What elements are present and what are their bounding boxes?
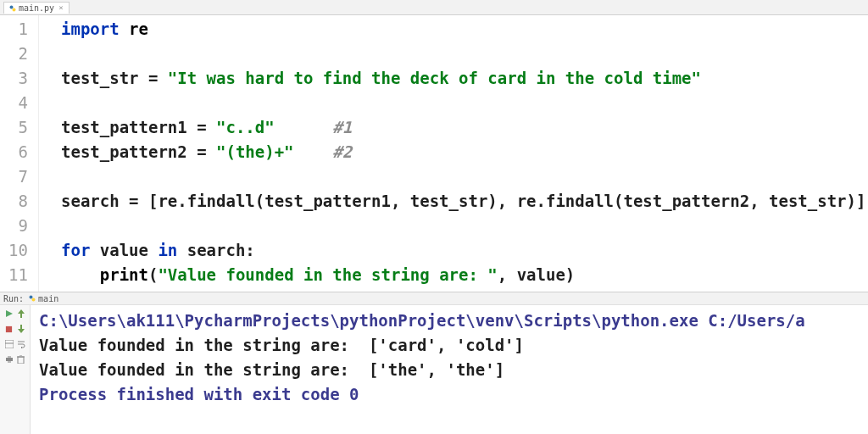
code-line: test_pattern2 = "(the)+" #2: [61, 140, 868, 164]
run-toolbar: [0, 305, 31, 434]
stop-icon[interactable]: [4, 324, 14, 334]
code-line: test_str = "It was hard to find the deck…: [61, 66, 868, 91]
line-gutter: 1 2 3 4 5 6 7 8 9 10 11: [0, 15, 39, 292]
editor-tab-bar: main.py ×: [0, 0, 868, 15]
svg-marker-7: [18, 325, 25, 333]
line-number: 11: [0, 263, 28, 287]
rerun-icon[interactable]: [4, 309, 14, 319]
console-line: C:\Users\ak111\PycharmProjects\pythonPro…: [39, 309, 868, 333]
line-number: 10: [0, 238, 28, 263]
run-panel: C:\Users\ak111\PycharmProjects\pythonPro…: [0, 305, 868, 434]
line-number: 6: [0, 140, 28, 164]
line-number: 4: [0, 91, 28, 115]
svg-point-1: [13, 8, 16, 12]
svg-rect-11: [8, 356, 11, 358]
svg-rect-12: [8, 361, 11, 363]
run-label: Run:: [3, 294, 24, 303]
console-line: Value founded in the string are: ['the',…: [39, 358, 868, 382]
code-editor: 1 2 3 4 5 6 7 8 9 10 11 import re test_s…: [0, 15, 868, 292]
tab-label: main.py: [19, 3, 54, 13]
svg-rect-10: [6, 358, 13, 361]
trash-icon[interactable]: [16, 354, 26, 364]
code-line: for value in search:: [61, 238, 868, 263]
code-line: [61, 214, 868, 238]
line-number: 8: [0, 189, 28, 214]
run-tool-header: Run: main: [0, 292, 868, 305]
print-icon[interactable]: [4, 354, 14, 364]
console-line: Value founded in the string are: ['card'…: [39, 333, 868, 358]
code-area[interactable]: import re test_str = "It was hard to fin…: [39, 15, 868, 292]
python-file-icon: [9, 4, 16, 11]
line-number: 1: [0, 17, 28, 42]
line-number: 2: [0, 42, 28, 66]
svg-point-2: [30, 295, 33, 298]
line-number: 3: [0, 66, 28, 91]
svg-marker-4: [6, 310, 13, 317]
code-line: import re: [61, 17, 868, 42]
console-output[interactable]: C:\Users\ak111\PycharmProjects\pythonPro…: [31, 305, 868, 434]
console-line: Process finished with exit code 0: [39, 382, 868, 407]
svg-rect-6: [6, 326, 12, 331]
python-file-icon: [29, 294, 36, 303]
down-icon[interactable]: [16, 324, 26, 334]
code-line: [61, 91, 868, 115]
line-number: 5: [0, 115, 28, 140]
wrap-icon[interactable]: [16, 339, 26, 349]
line-number: 7: [0, 164, 28, 189]
code-line: print("Value founded in the string are: …: [61, 263, 868, 287]
svg-rect-13: [18, 357, 24, 364]
up-icon[interactable]: [16, 309, 26, 319]
run-config-name: main: [38, 294, 58, 303]
svg-point-0: [10, 6, 14, 9]
layout-icon[interactable]: [4, 339, 14, 349]
code-line: test_pattern1 = "c..d" #1: [61, 115, 868, 140]
line-number: 9: [0, 214, 28, 238]
svg-rect-8: [5, 340, 14, 348]
run-config-tab[interactable]: main: [29, 294, 58, 303]
editor-tab-main[interactable]: main.py ×: [3, 2, 70, 14]
close-icon[interactable]: ×: [58, 3, 63, 12]
code-line: [61, 42, 868, 66]
svg-marker-5: [18, 309, 25, 318]
code-line: search = [re.findall(test_pattern1, test…: [61, 189, 868, 214]
code-line: [61, 164, 868, 189]
svg-point-3: [32, 298, 36, 301]
